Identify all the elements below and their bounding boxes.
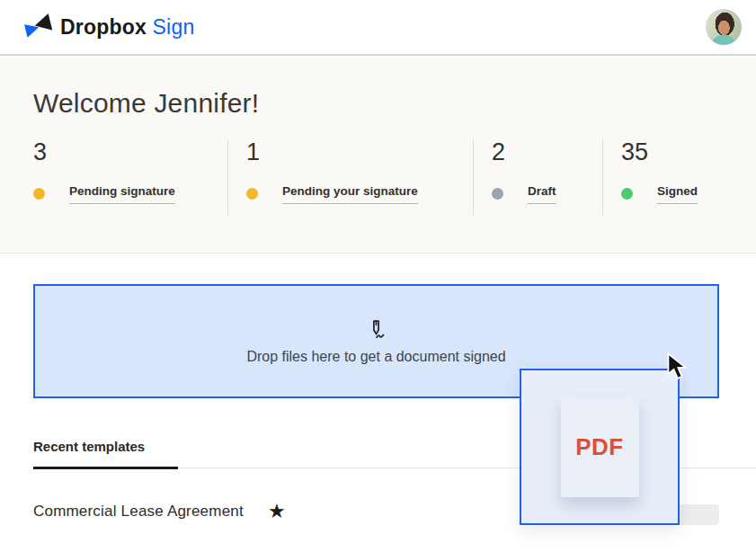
star-icon[interactable]: ★ <box>268 502 286 521</box>
stat-label-link[interactable]: Draft <box>528 184 556 204</box>
top-bar: Dropbox Sign <box>0 0 756 56</box>
pen-signature-icon <box>364 318 388 343</box>
stat-count: 3 <box>33 139 227 166</box>
status-dot-draft <box>492 188 503 200</box>
status-dot-pending-your <box>246 188 258 200</box>
dropbox-sign-logo-icon <box>23 13 52 41</box>
stat-label-link[interactable]: Pending signature <box>69 184 175 204</box>
template-name[interactable]: Commercial Lease Agreement <box>33 503 244 521</box>
brand-logo[interactable]: Dropbox Sign <box>23 13 194 41</box>
pdf-file-type-label: PDF <box>575 433 624 461</box>
stat-detail: Signed <box>621 184 746 204</box>
stats-row: 3 Pending signature 1 Pending your signa… <box>33 139 756 215</box>
tab-recent-templates[interactable]: Recent templates <box>33 439 178 469</box>
brand-dropbox: Dropbox <box>60 15 147 39</box>
stat-label-link[interactable]: Pending your signature <box>282 184 418 204</box>
dragged-file-card[interactable]: PDF <box>520 369 680 525</box>
mouse-cursor-icon <box>666 352 690 380</box>
drop-zone-label: Drop files here to get a document signed <box>246 349 505 365</box>
brand-sign: Sign <box>153 15 195 39</box>
page-title: Welcome Jennifer! <box>33 88 756 119</box>
stat-detail: Pending signature <box>33 184 227 204</box>
pdf-page-thumbnail: PDF <box>561 396 639 497</box>
stat-pending-signature: 3 Pending signature <box>33 139 227 215</box>
status-dot-pending <box>33 188 45 200</box>
stat-detail: Pending your signature <box>246 184 473 204</box>
stat-label-link[interactable]: Signed <box>657 184 698 204</box>
avatar[interactable] <box>706 9 742 45</box>
stat-detail: Draft <box>492 184 602 204</box>
brand-text: Dropbox Sign <box>60 15 194 40</box>
stat-count: 2 <box>492 139 602 166</box>
stat-count: 35 <box>621 139 746 166</box>
template-row[interactable]: Commercial Lease Agreement ★ <box>33 502 286 521</box>
stat-draft: 2 Draft <box>473 139 602 215</box>
status-dot-signed <box>621 188 633 200</box>
welcome-section: Welcome Jennifer! 3 Pending signature 1 … <box>0 58 756 254</box>
stat-signed: 35 Signed <box>602 139 746 215</box>
stat-pending-your-signature: 1 Pending your signature <box>227 139 473 215</box>
dropbox-sign-dashboard: Dropbox Sign Welcome Jennifer! 3 Pending… <box>0 0 756 552</box>
stat-count: 1 <box>246 139 473 166</box>
